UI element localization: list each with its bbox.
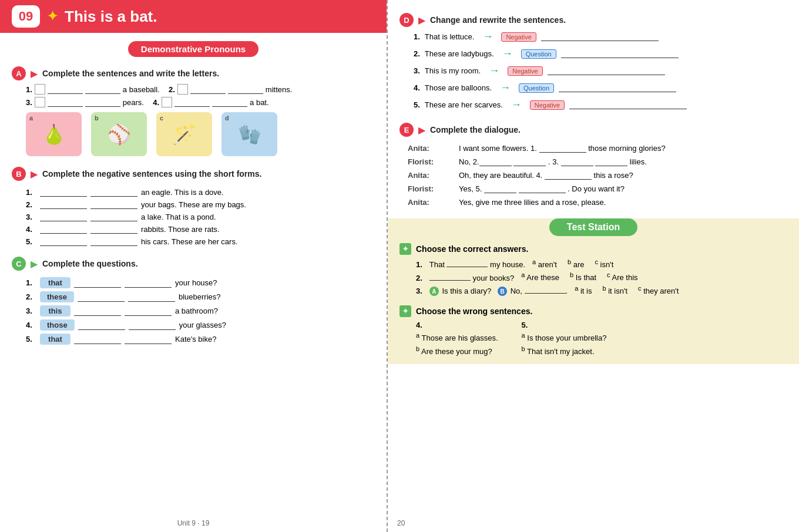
ts-opt-1c[interactable]: c isn't (595, 258, 613, 269)
ts-wrong-col-4: 4. a Those are his glasses. b Are these … (416, 321, 498, 356)
d-text-2: These are ladybugs. (425, 49, 494, 58)
c-blank-2a[interactable] (78, 292, 125, 302)
c-blank-1b[interactable] (125, 278, 172, 288)
d-text-3: This is my room. (425, 66, 481, 75)
c-chip-3: this (40, 305, 70, 316)
c-num-4: 4. (26, 321, 36, 329)
e-blank-3b[interactable] (595, 158, 627, 166)
c-blank-5b[interactable] (125, 335, 172, 344)
b-text-4: rabbits. Those are rats. (141, 225, 219, 234)
e-blank-5a[interactable] (484, 185, 516, 193)
d-num-2: 2. (414, 49, 420, 58)
a-checkbox-1[interactable] (35, 84, 45, 95)
c-blank-1a[interactable] (74, 278, 121, 288)
ts-wrong-5a: a Is those your umbrella? (522, 332, 607, 342)
img-label-c: c (160, 115, 163, 122)
ts-opt-2c[interactable]: c Are this (607, 271, 637, 282)
d-num-1: 1. (414, 32, 420, 41)
section-b-title: Complete the negative sentences using th… (42, 169, 261, 179)
anita-line-3: Yes, give me three lilies and a rose, pl… (456, 197, 791, 208)
b-blank-1a[interactable] (40, 187, 87, 197)
b-blank-5b[interactable] (90, 237, 137, 246)
c-text-5: Kate's bike? (175, 335, 216, 344)
b-blank-4a[interactable] (40, 224, 87, 234)
c-chip-1: that (40, 277, 70, 288)
d-text-1: That is lettuce. (425, 32, 475, 41)
d-num-3: 3. (414, 66, 420, 75)
c-blank-4b[interactable] (129, 321, 176, 330)
ts-blank-3[interactable] (525, 285, 566, 294)
d-tag-4: Question (519, 83, 554, 93)
c-blank-3b[interactable] (125, 307, 172, 316)
b-blank-3b[interactable] (90, 212, 137, 221)
section-a: A ▶ Complete the sentences and write the… (0, 62, 387, 156)
ts-wrong-num-5: 5. (522, 321, 607, 329)
ts-wrong-5b: b That isn't my jacket. (522, 345, 607, 356)
test-station-header: Test Station (388, 218, 799, 236)
d-line-3[interactable] (548, 67, 665, 75)
section-b-arrow: ▶ (31, 169, 38, 180)
ts-opt-3b[interactable]: b it isn't (602, 285, 627, 295)
img-a: a 🍐 (26, 112, 82, 156)
b-row-5: 5. his cars. These are her cars. (26, 237, 375, 246)
d-line-5[interactable] (569, 101, 687, 109)
a-checkbox-3[interactable] (35, 97, 45, 107)
c-blank-5a[interactable] (74, 335, 121, 344)
section-c-label: C ▶ Complete the questions. (12, 257, 138, 271)
b-blank-4b[interactable] (90, 224, 137, 234)
img-label-b: b (95, 115, 99, 122)
c-row-1: 1. that your house? (26, 277, 375, 288)
section-b: B ▶ Complete the negative sentences usin… (0, 162, 387, 246)
b-blank-2b[interactable] (90, 200, 137, 209)
c-text-2: blueberries? (179, 292, 221, 301)
section-b-label: B ▶ Complete the negative sentences usin… (12, 167, 261, 181)
c-num-3: 3. (26, 307, 36, 315)
ts-opt-2b[interactable]: b Is that (570, 271, 596, 282)
d-line-1[interactable] (541, 33, 659, 41)
ts-blank-2[interactable] (429, 272, 471, 281)
a-blank-2b[interactable] (228, 85, 263, 94)
b-blank-3a[interactable] (40, 212, 87, 221)
d-line-2[interactable] (561, 50, 679, 58)
ts-opt-3c[interactable]: c they aren't (638, 285, 679, 295)
ts-blank-1[interactable] (446, 259, 488, 267)
c-num-1: 1. (26, 278, 36, 287)
ts-correct-sent-3: A Is this a diary? B No, . (429, 285, 568, 297)
a-blank-2a[interactable] (190, 85, 226, 94)
a-blank-1b[interactable] (85, 85, 120, 94)
ts-opt-1a[interactable]: a aren't (532, 258, 557, 269)
section-b-letter: B (12, 167, 26, 181)
section-d-letter: D (400, 13, 414, 27)
b-text-2: your bags. These are my bags. (141, 200, 246, 209)
section-a-label: A ▶ Complete the sentences and write the… (12, 66, 219, 80)
c-blank-2b[interactable] (128, 292, 175, 302)
c-text-4: your glasses? (179, 321, 226, 329)
a-blank-4b[interactable] (212, 97, 247, 107)
b-blank-1b[interactable] (90, 187, 137, 197)
c-blank-4a[interactable] (78, 321, 125, 330)
b-blank-5a[interactable] (40, 237, 87, 246)
ts-opt-1b[interactable]: b are (568, 258, 585, 269)
a-checkbox-4[interactable] (162, 97, 172, 107)
section-a-arrow: ▶ (31, 68, 38, 79)
section-c-letter: C (12, 257, 26, 271)
a-blank-1a[interactable] (48, 85, 83, 94)
e-blank-4[interactable] (545, 171, 592, 180)
d-line-4[interactable] (559, 84, 676, 92)
a-checkbox-2[interactable] (177, 84, 188, 95)
e-blank-2a[interactable] (479, 158, 512, 166)
ts-opt-3a[interactable]: a it is (575, 285, 592, 295)
section-c-arrow: ▶ (31, 258, 38, 270)
a-blank-3a[interactable] (48, 97, 83, 107)
a-blank-4a[interactable] (174, 97, 210, 107)
e-blank-3a[interactable] (561, 158, 593, 166)
section-e-title: Complete the dialogue. (430, 125, 521, 134)
e-blank-2b[interactable] (513, 158, 546, 166)
e-blank-5b[interactable] (519, 185, 566, 193)
c-blank-3a[interactable] (74, 307, 121, 316)
e-blank-1[interactable] (539, 144, 586, 153)
b-blank-2a[interactable] (40, 200, 87, 209)
a-blank-3b[interactable] (85, 97, 120, 107)
florist-line-1: No, 2. . 3. lilies. (456, 156, 791, 167)
ts-opt-2a[interactable]: a Are these (521, 271, 559, 282)
